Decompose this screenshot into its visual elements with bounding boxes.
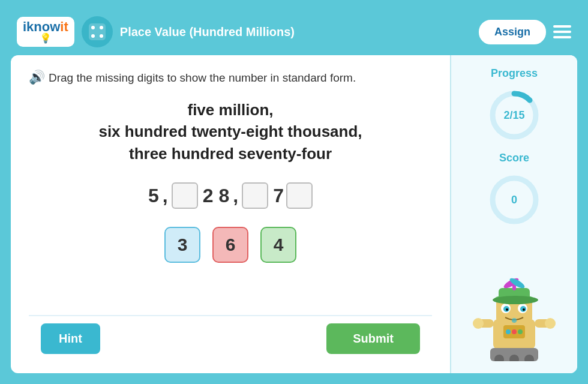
number-word-line1: five million, xyxy=(29,99,432,121)
digit-28: 2 8 xyxy=(203,185,229,207)
number-display: 5 , 2 8 , 7 xyxy=(29,182,432,209)
drop-box-3[interactable] xyxy=(286,182,313,209)
svg-point-19 xyxy=(493,296,538,304)
robot-area xyxy=(472,236,556,361)
svg-point-1 xyxy=(91,26,95,29)
svg-point-33 xyxy=(512,329,517,334)
menu-line-3 xyxy=(553,36,571,38)
svg-point-2 xyxy=(100,26,103,29)
drop-box-1[interactable] xyxy=(172,182,198,209)
hint-button[interactable]: Hint xyxy=(41,323,100,354)
logo-lightbulb-icon: 💡 xyxy=(40,34,52,43)
comma-1: , xyxy=(163,185,168,207)
speaker-icon[interactable]: 🔊 xyxy=(29,70,45,85)
progress-label: Progress xyxy=(491,67,538,80)
svg-point-32 xyxy=(506,329,511,334)
digit-7: 7 xyxy=(273,185,284,207)
assign-button[interactable]: Assign xyxy=(479,20,546,44)
question-instruction: 🔊Drag the missing digits to show the num… xyxy=(29,67,432,87)
svg-rect-0 xyxy=(89,23,106,40)
drop-box-2[interactable] xyxy=(242,182,268,209)
bottom-bar: Hint Submit xyxy=(29,315,432,361)
number-word: five million, six hundred twenty-eight t… xyxy=(29,99,432,164)
menu-line-1 xyxy=(553,25,571,28)
logo-box: iknowit 💡 xyxy=(17,17,74,47)
drag-area: 3 6 4 xyxy=(29,227,432,263)
header-right: Assign xyxy=(479,20,571,44)
menu-button[interactable] xyxy=(553,25,571,38)
logo-iknow: iknow xyxy=(23,20,60,34)
comma-2: , xyxy=(233,185,238,207)
svg-point-26 xyxy=(545,318,556,329)
score-ring: 0 xyxy=(487,173,541,227)
submit-button[interactable]: Submit xyxy=(326,323,420,354)
lesson-title: Place Value (Hundred Millions) xyxy=(120,25,295,39)
dice-icon xyxy=(82,16,113,47)
logo-it: it xyxy=(60,20,68,34)
svg-point-4 xyxy=(100,34,103,38)
svg-point-3 xyxy=(91,34,95,38)
left-panel: 🔊Drag the missing digits to show the num… xyxy=(11,55,451,373)
logo-area: iknowit 💡 Place Value (Hundred Millions) xyxy=(17,16,295,47)
number-word-line3: three hundred seventy-four xyxy=(29,143,432,164)
score-value: 0 xyxy=(511,194,517,206)
menu-line-2 xyxy=(553,31,571,33)
svg-point-16 xyxy=(523,308,525,311)
progress-value: 2/15 xyxy=(503,109,524,122)
drag-digit-4[interactable]: 4 xyxy=(260,227,296,263)
right-panel: Progress 2/15 Score 0 xyxy=(451,55,577,373)
number-word-line2: six hundred twenty-eight thousand, xyxy=(29,121,432,142)
svg-point-15 xyxy=(506,308,508,311)
svg-point-34 xyxy=(518,329,523,334)
progress-ring: 2/15 xyxy=(487,88,541,142)
header: iknowit 💡 Place Value (Hundred Millions)… xyxy=(11,11,577,53)
svg-point-25 xyxy=(473,318,484,329)
main-content: 🔊Drag the missing digits to show the num… xyxy=(11,55,577,373)
drag-digit-6[interactable]: 6 xyxy=(212,227,248,263)
svg-point-35 xyxy=(512,318,517,323)
digit-5: 5 xyxy=(148,185,159,207)
robot-illustration xyxy=(472,265,556,361)
drag-digit-3[interactable]: 3 xyxy=(164,227,200,263)
instruction-text: Drag the missing digits to show the numb… xyxy=(49,71,356,84)
score-label: Score xyxy=(499,152,529,164)
